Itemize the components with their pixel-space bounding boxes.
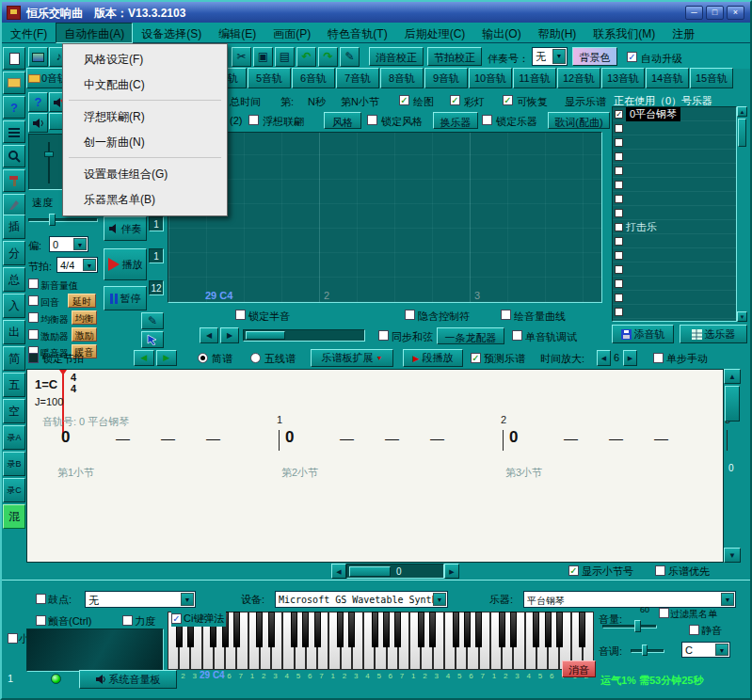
volume-curve-checkbox[interactable] [501,310,511,320]
new-volume-checkbox[interactable] [28,278,39,289]
fantasy-checkbox[interactable] [248,115,259,125]
tab-track-10[interactable]: 10音轨 [469,68,512,88]
instrument-row-13[interactable] [613,291,736,305]
staff-notation-radio[interactable] [250,353,261,363]
vibrato-checkbox[interactable] [36,615,46,626]
menubar-item-2[interactable]: 设备选择(S) [133,23,210,43]
strip-button-5[interactable]: 简 [3,346,25,371]
strip-hammer-icon[interactable] [3,169,25,192]
jianpu-radio[interactable] [198,353,208,363]
tab-track-6[interactable]: 6音轨 [292,68,335,88]
tab-track-9[interactable]: 9音轨 [424,68,468,88]
lock-beat-checkbox[interactable] [28,353,39,363]
speed-slider-track[interactable] [28,218,98,222]
drum-select[interactable]: 无 ▼ [85,591,196,608]
background-color-button[interactable]: 背景色 [572,47,617,66]
instrument-select[interactable]: 平台钢琴 ▼ [523,591,736,608]
instrument-checkbox-6[interactable] [615,195,623,203]
strip-help-icon[interactable]: ? [3,96,25,119]
show-score-label[interactable]: 显示乐谱 [565,95,606,109]
echo-checkbox[interactable] [28,295,39,306]
dropdown-arrow-icon[interactable]: ▼ [181,593,194,606]
strip-brush-icon[interactable] [3,194,25,216]
instrument-checkbox-4[interactable] [615,167,623,175]
piano-roll-canvas[interactable] [168,132,602,303]
play-button[interactable]: 播放 [104,248,147,280]
instrument-row-7[interactable] [613,206,736,220]
instrument-row-3[interactable] [613,150,736,164]
pitch-slider-track[interactable] [631,649,664,653]
recover-checkbox[interactable] [503,95,513,105]
key-select[interactable]: C ▼ [681,642,730,658]
time-zoom-decrease-button[interactable]: ◀ [597,350,611,366]
meter-select[interactable]: 4/4 ▼ [56,257,98,273]
piano-black-key-12[interactable] [314,612,321,647]
strip-open-folder-icon[interactable] [3,72,25,94]
instrument-checkbox-14[interactable] [615,308,623,316]
fader-knob[interactable] [44,151,54,157]
dropdown-item-0[interactable]: 风格设定(F) [63,47,227,72]
pencil-tool-button[interactable]: ✎ [141,312,164,329]
draw-icon[interactable]: ✎ [340,47,360,67]
dropdown-arrow-icon[interactable]: ▼ [721,593,734,606]
instrument-checkbox-12[interactable] [615,279,623,288]
strip-zoom-icon[interactable] [3,145,25,167]
dropdown-item-1[interactable]: 中文配曲(C) [63,72,227,98]
tab-track-12[interactable]: 12音轨 [557,68,600,88]
piano-black-key-17[interactable] [372,612,378,647]
drum-checkbox[interactable] [36,594,46,604]
piano-black-key-33[interactable] [556,612,563,647]
instrument-checkbox-5[interactable] [615,181,623,189]
single-track-debug-checkbox[interactable] [512,330,522,341]
tab-track-8[interactable]: 8音轨 [380,68,424,88]
score-board-expand-button[interactable]: 乐谱板扩展▼ [311,349,393,367]
copy-icon[interactable]: ▣ [253,47,273,67]
volume-slider-thumb[interactable] [634,620,641,632]
piano-black-key-11[interactable] [302,612,309,647]
system-volume-button[interactable]: 系统音量板 [79,670,177,689]
strip-button-0[interactable]: 插 [3,215,25,239]
dropdown-item-5[interactable]: 乐器黑名单(B) [63,187,227,213]
style-button[interactable]: 风格 [324,112,361,129]
scroll-up-icon[interactable]: ▲ [737,106,747,117]
canvas-scrollbar-thumb[interactable] [246,331,285,340]
instrument-row-11[interactable] [613,262,736,277]
strip-button-10[interactable]: 录C [3,478,25,502]
title-bar[interactable]: 恒乐交响曲 版本：V13.3.2103 ─□× [2,2,750,23]
cut-icon[interactable]: ✂ [232,47,251,67]
score-hscroll-left-button[interactable]: ◀ [331,564,346,579]
menubar-item-4[interactable]: 画面(P) [264,23,319,43]
score-scroll-down-button[interactable]: ▼ [724,548,741,563]
instrument-checkbox-13[interactable] [615,294,623,302]
menubar-item-8[interactable]: 帮助(H) [530,23,585,43]
piano-black-key-21[interactable] [418,612,424,647]
cursor-tool-button[interactable] [141,331,164,348]
auto-upgrade-checkbox[interactable] [627,52,637,62]
help-icon[interactable]: ? [28,92,48,112]
instrument-row-5[interactable] [613,178,736,192]
piano-black-key-25[interactable] [464,612,471,647]
instrument-checkbox-1[interactable] [615,124,623,133]
instrument-checkbox-11[interactable] [615,265,623,274]
instrument-list-scrollbar[interactable]: ▲ ▼ [737,106,747,322]
score-priority-checkbox[interactable] [655,565,665,576]
beat-correction-button[interactable]: 节拍校正 [427,47,482,66]
scrollbar-thumb[interactable] [738,119,746,147]
undo-icon[interactable]: ↶ [296,47,316,67]
strip-button-1[interactable]: 分 [3,241,25,265]
score-next-button[interactable]: ▶ [156,350,177,366]
choose-instrument-button[interactable]: 选乐器 [680,325,747,343]
piano-black-key-7[interactable] [256,612,263,647]
dropdown-item-2[interactable]: 浮想联翩(R) [63,104,227,130]
instrument-row-10[interactable] [613,248,736,262]
menubar-item-7[interactable]: 输出(O) [473,23,529,43]
instrument-list[interactable]: ✓0平台钢琴打击乐 [612,106,737,322]
menubar-item-5[interactable]: 特色音轨(T) [319,23,395,43]
instrument-row-14[interactable] [613,305,736,319]
score-measure-0[interactable]: 0———1第1小节 [56,428,280,485]
score-scroll-up-button[interactable]: ▲ [724,369,741,384]
menubar-item-9[interactable]: 联系我们(M) [584,23,664,43]
accompany-button[interactable]: 伴奏 [104,216,147,241]
picture-icon[interactable] [28,47,48,67]
score-measure-2[interactable]: 0———3第3小节 [504,428,728,485]
